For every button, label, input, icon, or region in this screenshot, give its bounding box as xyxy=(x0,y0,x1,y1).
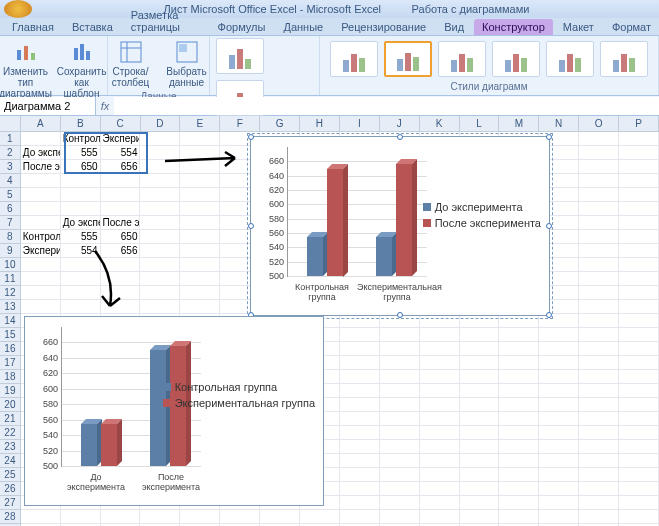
tab-view[interactable]: Вид xyxy=(436,19,472,35)
cell[interactable] xyxy=(180,286,220,300)
cell[interactable] xyxy=(21,174,61,188)
cell[interactable] xyxy=(21,286,61,300)
tab-design[interactable]: Конструктор xyxy=(474,19,553,35)
row-header[interactable]: 1 xyxy=(0,132,21,146)
cell[interactable] xyxy=(380,328,420,342)
cell[interactable] xyxy=(140,258,180,272)
cell[interactable] xyxy=(460,370,500,384)
column-header[interactable]: F xyxy=(220,116,260,132)
column-header[interactable]: L xyxy=(460,116,500,132)
cell[interactable] xyxy=(140,230,180,244)
cell[interactable] xyxy=(499,314,539,328)
cell[interactable] xyxy=(579,230,619,244)
chart-bar[interactable] xyxy=(81,424,97,466)
cell[interactable] xyxy=(180,244,220,258)
chart-bar[interactable] xyxy=(376,237,392,276)
cell[interactable] xyxy=(619,174,659,188)
cell[interactable] xyxy=(380,356,420,370)
cell[interactable] xyxy=(460,482,500,496)
cell[interactable] xyxy=(619,398,659,412)
cell[interactable] xyxy=(499,342,539,356)
cell[interactable] xyxy=(420,440,460,454)
cell[interactable] xyxy=(180,160,220,174)
cell[interactable] xyxy=(460,454,500,468)
cell[interactable] xyxy=(420,398,460,412)
cell[interactable] xyxy=(340,342,380,356)
cell[interactable] xyxy=(61,188,101,202)
cell[interactable]: Экспериментальная группа xyxy=(101,132,141,146)
cell[interactable] xyxy=(579,426,619,440)
cell[interactable] xyxy=(420,468,460,482)
cell[interactable] xyxy=(619,328,659,342)
cell[interactable] xyxy=(420,482,460,496)
column-header[interactable]: M xyxy=(499,116,539,132)
row-header[interactable]: 24 xyxy=(0,454,21,468)
cell[interactable]: 555 xyxy=(61,146,101,160)
cell[interactable] xyxy=(140,510,180,524)
cell[interactable] xyxy=(619,244,659,258)
cell[interactable] xyxy=(579,440,619,454)
cell[interactable] xyxy=(499,496,539,510)
cell[interactable] xyxy=(579,314,619,328)
column-header[interactable]: G xyxy=(260,116,300,132)
cell[interactable] xyxy=(220,510,260,524)
cell[interactable] xyxy=(101,188,141,202)
cell[interactable]: 554 xyxy=(101,146,141,160)
cell[interactable] xyxy=(539,482,579,496)
column-header[interactable]: O xyxy=(579,116,619,132)
cell[interactable] xyxy=(460,426,500,440)
cell[interactable] xyxy=(619,384,659,398)
cell[interactable] xyxy=(340,384,380,398)
cell[interactable] xyxy=(579,300,619,314)
column-header[interactable]: K xyxy=(420,116,460,132)
cell[interactable]: После эксперимента xyxy=(101,216,141,230)
cell[interactable] xyxy=(579,398,619,412)
cell[interactable] xyxy=(180,216,220,230)
cell[interactable] xyxy=(340,426,380,440)
cell[interactable] xyxy=(619,426,659,440)
cell[interactable] xyxy=(420,328,460,342)
cell[interactable] xyxy=(579,342,619,356)
cell[interactable] xyxy=(579,160,619,174)
cell[interactable] xyxy=(101,300,141,314)
row-header[interactable]: 6 xyxy=(0,202,21,216)
cell[interactable] xyxy=(380,384,420,398)
cell[interactable]: После экс xyxy=(21,160,61,174)
tab-insert[interactable]: Вставка xyxy=(64,19,121,35)
cell[interactable] xyxy=(61,286,101,300)
cell[interactable] xyxy=(340,398,380,412)
cell[interactable] xyxy=(619,412,659,426)
cell[interactable] xyxy=(380,510,420,524)
cell[interactable] xyxy=(420,412,460,426)
cell[interactable] xyxy=(340,370,380,384)
style-item-selected[interactable] xyxy=(384,41,432,77)
change-chart-type-button[interactable]: Изменить тип диаграммы xyxy=(1,38,51,101)
cell[interactable] xyxy=(101,174,141,188)
cell[interactable] xyxy=(499,440,539,454)
cell[interactable] xyxy=(619,146,659,160)
cell[interactable] xyxy=(499,412,539,426)
cell[interactable] xyxy=(619,454,659,468)
cell[interactable] xyxy=(420,370,460,384)
cell[interactable] xyxy=(579,496,619,510)
cell[interactable] xyxy=(619,132,659,146)
cell[interactable] xyxy=(140,216,180,230)
cell[interactable] xyxy=(539,426,579,440)
cell[interactable]: 650 xyxy=(101,230,141,244)
cell[interactable] xyxy=(61,510,101,524)
cell[interactable]: 650 xyxy=(61,160,101,174)
cell[interactable] xyxy=(101,258,141,272)
cell[interactable] xyxy=(420,426,460,440)
cell[interactable] xyxy=(460,440,500,454)
cell[interactable] xyxy=(499,426,539,440)
cell[interactable] xyxy=(180,272,220,286)
cell[interactable] xyxy=(140,132,180,146)
cell[interactable] xyxy=(460,496,500,510)
cell[interactable] xyxy=(340,468,380,482)
cell[interactable] xyxy=(579,482,619,496)
cell[interactable] xyxy=(619,440,659,454)
cell[interactable] xyxy=(539,468,579,482)
cell[interactable] xyxy=(101,286,141,300)
fx-icon[interactable]: fx xyxy=(96,100,114,112)
cell[interactable]: До экспе xyxy=(21,146,61,160)
